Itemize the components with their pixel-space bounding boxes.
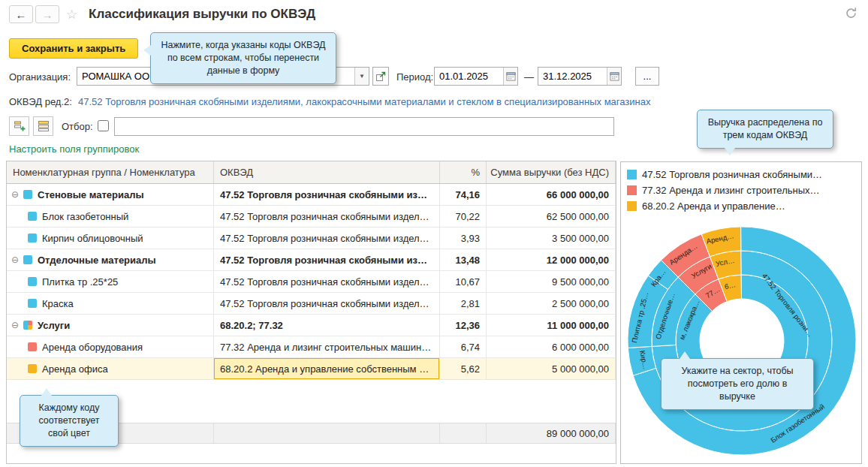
cell-okved[interactable]: 47.52 Торговля розничная скобяными издел… <box>214 271 440 292</box>
cell-sum[interactable]: 5 000 000,00 <box>487 358 616 379</box>
table-row[interactable]: ⊖Стеновые материалы47.52 Торговля рознич… <box>7 184 616 206</box>
total-empty-cell <box>440 423 487 443</box>
cell-okved[interactable]: 47.52 Торговля розничная скобяными издел… <box>214 206 440 227</box>
cell-percent[interactable]: 6,74 <box>440 336 487 357</box>
table-bottom-area <box>7 444 616 463</box>
cell-percent[interactable]: 12,36 <box>440 315 487 336</box>
revenue-sunburst-chart[interactable]: Аренда…Аренд…УслугиУсл…77…6…47.52 Торгов… <box>621 215 863 463</box>
legend-color-swatch <box>627 201 637 211</box>
period-dash: — <box>524 71 534 83</box>
cell-nomenclature[interactable]: Блок газобетонный <box>7 206 214 227</box>
cell-nomenclature[interactable]: Плитка тр .25*25 <box>7 271 214 292</box>
legend-item[interactable]: 77.32 Аренда и лизинг строительных… <box>627 182 858 198</box>
cell-nomenclature[interactable]: ⊖Стеновые материалы <box>7 184 214 205</box>
column-header-percent[interactable]: % <box>440 161 487 183</box>
collapse-icon[interactable]: ⊖ <box>11 320 23 330</box>
cell-sum[interactable]: 11 000 000,00 <box>487 315 616 336</box>
cell-okved[interactable]: 47.52 Торговля розничная скобяными издел… <box>214 293 440 314</box>
color-hint-callout: Каждому коду соответствует свой цвет <box>20 395 119 447</box>
total-empty-cell <box>214 423 440 443</box>
color-marker <box>28 342 37 351</box>
legend-color-swatch <box>627 185 637 195</box>
callout-tail <box>41 388 52 396</box>
filter-input[interactable] <box>114 117 614 136</box>
cell-nomenclature[interactable]: Краска <box>7 293 214 314</box>
cell-sum[interactable]: 2 500 000,00 <box>487 293 616 314</box>
cell-percent[interactable]: 10,67 <box>440 271 487 292</box>
period-to-field[interactable] <box>538 67 622 86</box>
table-row[interactable]: Краска47.52 Торговля розничная скобяными… <box>7 293 616 315</box>
open-organization-button[interactable] <box>372 67 389 86</box>
cell-percent[interactable]: 5,62 <box>440 358 487 379</box>
collapse-icon[interactable]: ⊖ <box>11 255 23 265</box>
cell-sum[interactable]: 3 500 000,00 <box>487 227 616 249</box>
color-marker <box>23 255 32 264</box>
filter-checkbox[interactable] <box>98 120 109 131</box>
cell-sum[interactable]: 12 000 000,00 <box>487 249 616 270</box>
cell-nomenclature[interactable]: ⊖Отделочные материалы <box>7 249 214 270</box>
okved-link[interactable]: 47.52 Торговля розничная скобяными издел… <box>78 96 650 107</box>
period-from-input[interactable] <box>435 68 503 85</box>
cell-okved[interactable]: 47.52 Торговля розничная скобяными из… <box>214 249 440 270</box>
color-marker <box>23 321 32 330</box>
color-marker <box>28 212 37 221</box>
grouping-list-icon-button[interactable] <box>33 116 53 136</box>
column-header-okved[interactable]: ОКВЭД <box>214 161 440 183</box>
period-to-input[interactable] <box>538 68 607 85</box>
column-header-nomenclature[interactable]: Номенклатурная группа / Номенклатура <box>7 161 214 183</box>
table-row[interactable]: ⊖Отделочные материалы47.52 Торговля розн… <box>7 249 616 271</box>
cell-sum[interactable]: 6 000 000,00 <box>487 336 616 357</box>
cell-okved[interactable]: 47.52 Торговля розничная скобяными издел… <box>214 227 440 249</box>
cell-okved[interactable]: 68.20.2 Аренда и управление собственным … <box>214 358 440 379</box>
calendar-icon[interactable] <box>503 68 517 85</box>
column-header-sum[interactable]: Сумма выручки (без НДС) <box>487 161 616 183</box>
color-marker <box>28 299 37 308</box>
cell-nomenclature[interactable]: Кирпич облицовочный <box>7 227 214 249</box>
nomenclature-label: Аренда оборудования <box>42 342 143 353</box>
forward-button[interactable]: → <box>35 5 59 23</box>
chart-panel: 47.52 Торговля розничная скобяными…77.32… <box>620 161 862 464</box>
table-header: Номенклатурная группа / Номенклатура ОКВ… <box>7 161 616 184</box>
table-row[interactable]: ⊖Услуги68.20.2; 77.3212,3611 000 000,00 <box>7 315 616 336</box>
grouping-add-icon-button[interactable] <box>9 116 29 136</box>
cell-sum[interactable]: 62 500 000,00 <box>487 206 616 227</box>
table-row[interactable]: Аренда оборудования77.32 Аренда и лизинг… <box>7 336 616 358</box>
period-more-button[interactable]: ... <box>635 67 659 86</box>
cell-percent[interactable]: 70,22 <box>440 206 487 227</box>
cell-sum[interactable]: 66 000 000,00 <box>487 184 616 205</box>
table-row[interactable]: Плитка тр .25*2547.52 Торговля розничная… <box>7 271 616 293</box>
period-label: Период: <box>396 71 433 83</box>
calendar-icon[interactable] <box>607 68 621 85</box>
save-and-close-button[interactable]: Сохранить и закрыть <box>9 38 138 59</box>
nomenclature-label: Стеновые материалы <box>38 189 144 200</box>
cell-percent[interactable]: 3,93 <box>440 227 487 249</box>
cell-nomenclature[interactable]: Аренда оборудования <box>7 336 214 357</box>
legend-item[interactable]: 68.20.2 Аренда и управление… <box>627 198 858 214</box>
favorite-star-icon[interactable]: ☆ <box>66 7 77 23</box>
cell-okved[interactable]: 47.52 Торговля розничная скобяными из… <box>214 184 440 205</box>
cell-percent[interactable]: 74,16 <box>440 184 487 205</box>
nomenclature-label: Плитка тр .25*25 <box>42 276 118 288</box>
legend-hint-callout: Выручка распределена по трем кодам ОКВЭД <box>697 110 833 149</box>
legend-item[interactable]: 47.52 Торговля розничная скобяными… <box>627 167 858 182</box>
period-from-field[interactable] <box>434 67 518 86</box>
table-row[interactable]: Аренда офиса68.20.2 Аренда и управление … <box>7 358 616 380</box>
table-row[interactable]: Кирпич облицовочный47.52 Торговля рознич… <box>7 227 616 249</box>
legend-label: 77.32 Аренда и лизинг строительных… <box>642 185 820 196</box>
legend-label: 68.20.2 Аренда и управление… <box>642 200 785 212</box>
callout-tail <box>680 351 690 359</box>
cell-sum[interactable]: 9 500 000,00 <box>487 271 616 292</box>
collapse-icon[interactable]: ⊖ <box>11 189 23 200</box>
refresh-icon[interactable] <box>845 7 857 22</box>
organization-dropdown-button[interactable]: ▼ <box>354 68 369 85</box>
cell-percent[interactable]: 13,48 <box>440 249 487 270</box>
cell-okved[interactable]: 68.20.2; 77.32 <box>214 315 440 336</box>
cell-percent[interactable]: 2,81 <box>440 293 487 314</box>
cell-nomenclature[interactable]: Аренда офиса <box>7 358 214 379</box>
back-button[interactable]: ← <box>9 5 33 23</box>
callout-tail <box>143 45 151 56</box>
cell-nomenclature[interactable]: ⊖Услуги <box>7 315 214 336</box>
table-row[interactable]: Блок газобетонный47.52 Торговля рознична… <box>7 206 616 227</box>
cell-okved[interactable]: 77.32 Аренда и лизинг строительных машин… <box>214 336 440 357</box>
configure-grouping-fields-link[interactable]: Настроить поля группировок <box>9 143 139 155</box>
